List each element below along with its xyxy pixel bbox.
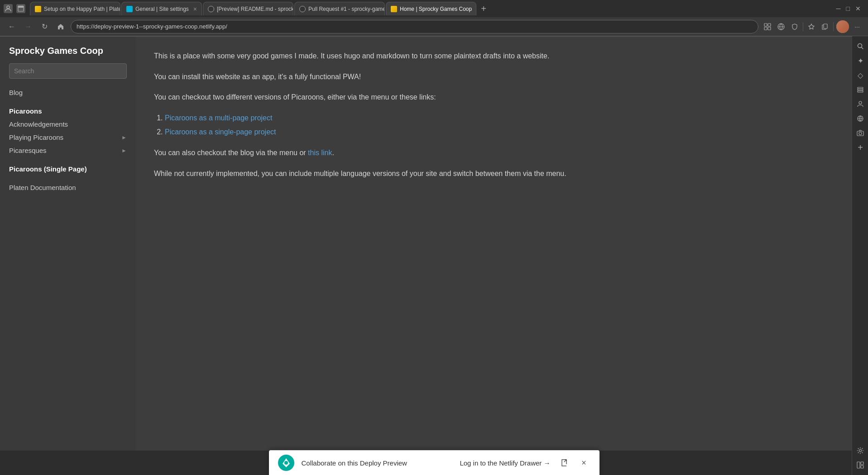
checkout-paragraph: You can checkout two different versions …: [154, 91, 850, 103]
panel-globe-icon[interactable]: [854, 112, 867, 125]
tab-3[interactable]: [Preview] README.md - sprocky ×: [203, 2, 293, 15]
panel-camera-icon[interactable]: [854, 127, 867, 139]
tab-bar: Setup on the Happy Path | Platen × Gener…: [0, 0, 868, 17]
multilang-paragraph: While not currently implemented, you can…: [154, 168, 850, 180]
main-area: Sprocky Games Coop Blog Picaroons Acknow…: [0, 37, 868, 451]
panel-star-icon[interactable]: ✦: [854, 54, 867, 67]
svg-rect-20: [861, 462, 863, 465]
nav-single-page[interactable]: Picaroons (Single Page): [9, 162, 127, 176]
tab-4-favicon: [299, 6, 306, 12]
tab-2-label: General | Site settings: [135, 6, 189, 12]
tab-bar-icons: [4, 4, 29, 13]
favorites-icon[interactable]: [806, 21, 817, 32]
svg-line-10: [862, 48, 863, 49]
panel-storage-icon[interactable]: [854, 83, 867, 96]
svg-point-17: [859, 132, 862, 135]
profile-icon[interactable]: [4, 4, 13, 13]
browser-chrome: Setup on the Happy Path | Platen × Gener…: [0, 0, 868, 37]
nav-picaresques-row: Picaresques ►: [9, 144, 127, 157]
panel-diamond-icon[interactable]: ◇: [854, 69, 867, 81]
netlify-collaborate-text: Collaborate on this Deploy Preview: [302, 459, 453, 467]
tab-1[interactable]: Setup on the Happy Path | Platen ×: [30, 2, 120, 15]
svg-rect-3: [764, 24, 767, 26]
panel-settings-icon[interactable]: [854, 444, 867, 457]
intro-paragraph: This is a place with some very good game…: [154, 50, 850, 62]
nav-playing-picaroons[interactable]: Playing Picaroons: [9, 131, 63, 144]
nav-gap-3: [9, 176, 127, 181]
panel-spacer: [854, 156, 866, 442]
tab-2-close[interactable]: ×: [193, 5, 197, 13]
svg-rect-4: [768, 24, 771, 26]
svg-point-18: [859, 450, 862, 452]
nav-picaresques[interactable]: Picaresques: [9, 144, 47, 157]
profile-avatar[interactable]: [836, 20, 849, 33]
svg-point-0: [7, 6, 10, 9]
shield-icon[interactable]: [789, 21, 800, 32]
minimize-button[interactable]: ─: [836, 5, 841, 12]
netlify-logo: [278, 455, 294, 471]
close-button[interactable]: ✕: [855, 5, 861, 12]
multi-page-link[interactable]: Picaroons as a multi-page project: [165, 114, 272, 122]
tab-5[interactable]: Home | Sprocky Games Coop ×: [386, 2, 476, 15]
single-page-link[interactable]: Picaroons as a single-page project: [165, 128, 276, 136]
tab-4[interactable]: Pull Request #1 - sprocky-game... ×: [294, 2, 385, 15]
svg-rect-11: [858, 87, 863, 89]
nav-playing-picaroons-row: Playing Picaroons ►: [9, 131, 127, 144]
nav-gap-2: [9, 157, 127, 162]
nav-picaroons[interactable]: Picaroons: [9, 104, 127, 118]
window-layout-icon[interactable]: [16, 4, 25, 13]
netlify-share-button[interactable]: [558, 456, 571, 469]
svg-rect-12: [858, 89, 863, 90]
window-controls: ─ □ ✕: [836, 5, 864, 12]
svg-rect-5: [764, 27, 767, 30]
home-button[interactable]: [54, 20, 67, 33]
netlify-login-link[interactable]: Log in to the Netlify Drawer →: [460, 459, 550, 467]
search-input[interactable]: [9, 63, 127, 79]
divider2: [833, 22, 834, 31]
svg-rect-8: [824, 24, 827, 28]
address-bar-right: ···: [762, 20, 863, 33]
address-input[interactable]: [71, 20, 758, 33]
panel-layout-icon[interactable]: [854, 459, 867, 471]
extensions-icon[interactable]: [762, 21, 773, 32]
blog-paragraph: You can also checkout the blog via the m…: [154, 147, 850, 159]
forward-button[interactable]: →: [22, 20, 34, 33]
sidebar: Sprocky Games Coop Blog Picaroons Acknow…: [0, 37, 136, 451]
nav-platen-docs[interactable]: Platen Documentation: [9, 181, 127, 194]
svg-point-14: [859, 101, 862, 104]
site-title: Sprocky Games Coop: [9, 46, 127, 56]
link-item-2: Picaroons as a single-page project: [165, 126, 850, 138]
netlify-close-button[interactable]: ×: [578, 456, 590, 469]
svg-point-23: [284, 461, 288, 465]
back-button[interactable]: ←: [5, 20, 18, 33]
panel-search-icon[interactable]: [854, 40, 867, 52]
nav-acknowledgements[interactable]: Acknowledgements: [9, 118, 127, 131]
tab-3-favicon: [208, 6, 214, 12]
tab-2[interactable]: General | Site settings ×: [121, 2, 202, 15]
panel-person-icon[interactable]: [854, 98, 867, 110]
panel-add-icon[interactable]: +: [854, 141, 867, 154]
svg-rect-6: [768, 27, 771, 30]
maximize-button[interactable]: □: [846, 5, 850, 12]
new-tab-button[interactable]: +: [477, 2, 490, 15]
picaresques-chevron: ►: [121, 147, 127, 154]
address-bar: ← → ↻ ·: [0, 17, 868, 36]
refresh-button[interactable]: ↻: [38, 20, 51, 33]
translate-icon[interactable]: [776, 21, 786, 32]
pwa-paragraph: You can install this website as an app, …: [154, 71, 850, 83]
right-panel: ✦ ◇ +: [852, 36, 868, 475]
blog-text: You can also checkout the blog via the m…: [154, 149, 308, 157]
link-item-1: Picaroons as a multi-page project: [165, 112, 850, 124]
this-link[interactable]: this link: [308, 149, 332, 157]
svg-rect-2: [18, 6, 24, 8]
links-list: Picaroons as a multi-page project Picaro…: [154, 112, 850, 138]
avatar-image: [836, 20, 849, 33]
collections-icon[interactable]: [820, 21, 830, 32]
tab-5-favicon: [391, 6, 397, 12]
main-content: This is a place with some very good game…: [136, 37, 868, 451]
playing-picaroons-chevron: ►: [121, 134, 127, 141]
tab-1-favicon: [35, 6, 41, 12]
nav-blog[interactable]: Blog: [9, 86, 127, 99]
netlify-bar: Collaborate on this Deploy Preview Log i…: [269, 450, 599, 475]
more-button[interactable]: ···: [852, 21, 863, 32]
